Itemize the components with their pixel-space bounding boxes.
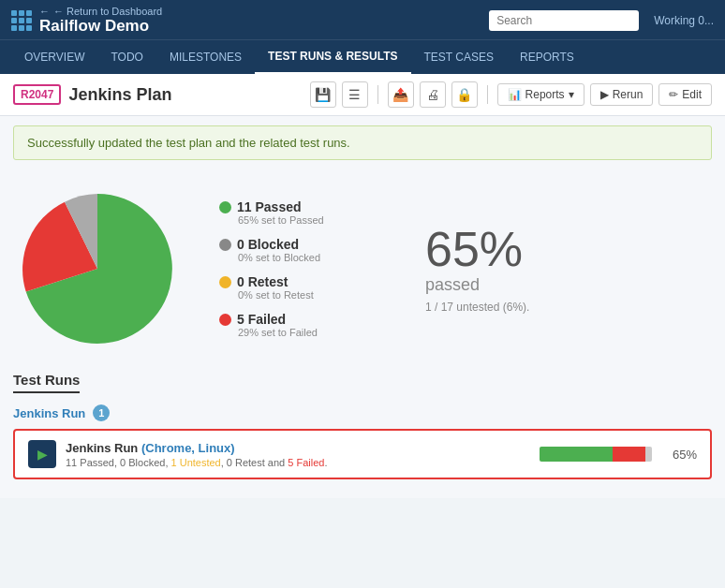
- nav-reports[interactable]: REPORTS: [507, 41, 587, 73]
- run-name: Jenkins Run (Chrome, Linux): [66, 441, 327, 455]
- nav-overview[interactable]: OVERVIEW: [11, 41, 97, 73]
- run-card-left: ▶ Jenkins Run (Chrome, Linux) 11 Passed,…: [28, 440, 327, 468]
- percentage-label: passed: [425, 275, 529, 295]
- passed-count: 11 Passed: [237, 199, 302, 214]
- play-icon: ▶: [600, 88, 609, 101]
- export-icon-btn[interactable]: 📤: [388, 81, 414, 108]
- edit-label: Edit: [682, 88, 702, 101]
- pb-red: [613, 447, 645, 462]
- rerun-button[interactable]: ▶ Rerun: [590, 83, 654, 106]
- rerun-label: Rerun: [613, 88, 644, 101]
- return-to-dashboard-link[interactable]: ← ← Return to Dashboard: [39, 6, 162, 17]
- edit-icon: ✏: [669, 88, 678, 101]
- return-label: ← Return to Dashboard: [53, 6, 162, 17]
- blocked-count: 0 Blocked: [237, 237, 299, 252]
- chart-icon: 📊: [508, 88, 522, 101]
- test-runs-section: Test Runs Jenkins Run 1 ▶ Jenkins Run (C…: [0, 372, 725, 498]
- main-content: R2047 Jenkins Plan 💾 ☰ 📤 🖨 🔒 📊 Reports ▾…: [0, 74, 725, 498]
- reports-label: Reports: [525, 88, 565, 101]
- percentage-block: 65% passed 1 / 17 untested (6%).: [425, 225, 529, 314]
- legend-blocked: 0 Blocked 0% set to Blocked: [219, 237, 388, 263]
- legend-retest: 0 Retest 0% set to Retest: [219, 274, 388, 301]
- header-top: ← ← Return to Dashboard Railflow Demo Wo…: [0, 0, 725, 39]
- percentage-number: 65%: [425, 225, 529, 273]
- run-card[interactable]: ▶ Jenkins Run (Chrome, Linux) 11 Passed,…: [13, 429, 712, 479]
- app-title: Railflow Demo: [39, 17, 162, 36]
- nav-todo[interactable]: TODO: [97, 41, 155, 73]
- retest-count: 0 Retest: [237, 274, 288, 289]
- print-icon-btn[interactable]: 🖨: [420, 81, 446, 108]
- plan-title: Jenkins Plan: [68, 85, 171, 105]
- run-info: Jenkins Run (Chrome, Linux) 11 Passed, 0…: [66, 441, 327, 468]
- header: ← ← Return to Dashboard Railflow Demo Wo…: [0, 0, 725, 74]
- retest-sub: 0% set to Retest: [238, 289, 388, 301]
- header-right: Working 0...: [489, 10, 714, 31]
- divider2: [487, 85, 488, 104]
- legend-failed: 5 Failed 29% set to Failed: [219, 312, 388, 338]
- passed-dot: [219, 201, 231, 213]
- chevron-down-icon: ▾: [569, 88, 574, 101]
- failed-sub: 29% set to Failed: [238, 327, 388, 338]
- success-alert: Successfully updated the test plan and t…: [13, 125, 712, 160]
- plan-identity: R2047 Jenkins Plan: [13, 84, 171, 105]
- save-icon-btn[interactable]: 💾: [310, 81, 336, 108]
- run-group-name: Jenkins Run: [13, 406, 85, 420]
- search-input[interactable]: [489, 10, 639, 31]
- pie-svg: [13, 184, 182, 353]
- edit-button[interactable]: ✏ Edit: [658, 83, 712, 106]
- retest-dot: [219, 276, 231, 288]
- plan-id-badge: R2047: [13, 84, 61, 105]
- test-runs-title: Test Runs: [13, 372, 80, 393]
- passed-sub: 65% set to Passed: [238, 214, 388, 226]
- nav-milestones[interactable]: MILESTONES: [156, 41, 255, 73]
- run-details: 11 Passed, 0 Blocked, 1 Untested, 0 Rete…: [66, 457, 327, 468]
- run-card-right: 65%: [540, 447, 697, 462]
- plan-bar: R2047 Jenkins Plan 💾 ☰ 📤 🖨 🔒 📊 Reports ▾…: [0, 74, 725, 116]
- run-env: (Chrome, Linux): [141, 441, 235, 455]
- run-percentage: 65%: [663, 448, 697, 462]
- percentage-sub: 1 / 17 untested (6%).: [425, 301, 529, 314]
- arrow-left-icon: ←: [39, 6, 50, 17]
- run-icon: ▶: [28, 440, 56, 468]
- run-group-header: Jenkins Run 1: [13, 404, 712, 421]
- stats-legend: 11 Passed 65% set to Passed 0 Blocked 0%…: [219, 199, 388, 338]
- pie-chart: [13, 184, 182, 353]
- brand-text: ← ← Return to Dashboard Railflow Demo: [39, 6, 162, 36]
- divider: [377, 85, 378, 104]
- failed-count: 5 Failed: [237, 312, 286, 327]
- reports-button[interactable]: 📊 Reports ▾: [497, 83, 584, 106]
- failed-dot: [219, 314, 231, 326]
- lock-icon-btn[interactable]: 🔒: [451, 81, 478, 108]
- stats-section: 11 Passed 65% set to Passed 0 Blocked 0%…: [0, 169, 725, 372]
- run-count-badge: 1: [93, 404, 110, 421]
- nav-test-runs[interactable]: TEST RUNS & RESULTS: [255, 40, 410, 74]
- blocked-sub: 0% set to Blocked: [238, 252, 388, 263]
- blocked-dot: [219, 239, 231, 251]
- list-icon-btn[interactable]: ☰: [342, 81, 368, 108]
- legend-passed: 11 Passed 65% set to Passed: [219, 199, 388, 226]
- pb-gray: [645, 447, 652, 462]
- play-circle-icon: ▶: [37, 447, 48, 462]
- pb-green: [540, 447, 613, 462]
- app-logo-icon: [11, 10, 32, 31]
- plan-actions: 💾 ☰ 📤 🖨 🔒 📊 Reports ▾ ▶ Rerun ✏ Edit: [310, 81, 712, 108]
- main-nav: OVERVIEW TODO MILESTONES TEST RUNS & RES…: [0, 39, 725, 74]
- nav-test-cases[interactable]: TEST CASES: [411, 41, 507, 73]
- alert-message: Successfully updated the test plan and t…: [27, 136, 350, 150]
- progress-bar: [540, 447, 652, 462]
- brand: ← ← Return to Dashboard Railflow Demo: [11, 6, 162, 36]
- working-badge: Working 0...: [654, 14, 714, 27]
